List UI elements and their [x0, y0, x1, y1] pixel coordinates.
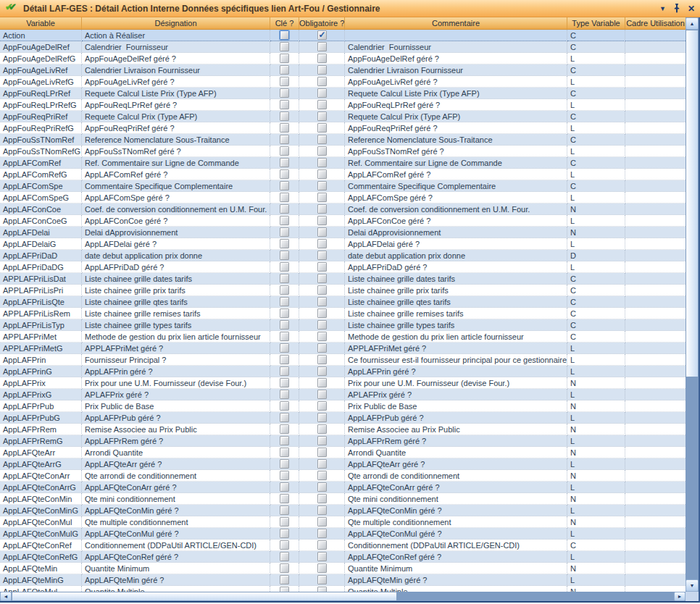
table-row[interactable]: AppLAFQteConRefGAppLAFQteConRef géré ?Ap…: [0, 551, 686, 563]
cell-commentaire[interactable]: AppLAFQteConArr géré ?: [345, 482, 567, 493]
obligatoire-cell[interactable]: [299, 308, 345, 319]
cell-designation[interactable]: Calendrier Fournisseur: [82, 41, 270, 53]
cell-variable[interactable]: AppLAFQteConRefG: [0, 551, 82, 563]
cle-cell[interactable]: [270, 400, 299, 412]
cell-designation[interactable]: AppLAFPrin géré ?: [82, 366, 270, 377]
obligatoire-cell[interactable]: [299, 516, 345, 528]
cle-checkbox[interactable]: [280, 158, 289, 167]
table-row[interactable]: AppLAFQteConMulQte multiple conditionnem…: [0, 516, 686, 528]
cell-cadre-utilisation[interactable]: [625, 551, 686, 563]
cle-checkbox[interactable]: [280, 181, 289, 190]
obligatoire-cell[interactable]: [299, 377, 345, 389]
table-row[interactable]: AppFouSsTNomRefReference Nomenclature So…: [0, 134, 686, 146]
cle-cell[interactable]: [270, 458, 299, 470]
cle-checkbox[interactable]: [280, 204, 289, 214]
table-row[interactable]: AppLAFComSpeGAppLAFComSpe géré ?AppLAFCo…: [0, 192, 686, 204]
horizontal-scrollbar-thumb[interactable]: [12, 592, 397, 601]
table-row[interactable]: AppFouAgeLivRefGAppFouAgeLivRef géré ?Ap…: [0, 76, 686, 88]
obligatoire-cell[interactable]: [299, 273, 345, 285]
cle-cell[interactable]: [270, 238, 299, 250]
cell-variable[interactable]: AppLAFPrRemG: [0, 435, 82, 447]
cell-variable[interactable]: AppLAFPriLisTyp: [0, 319, 82, 331]
table-row[interactable]: AppLAFPrinFournisseur Principal ?Ce four…: [0, 354, 686, 366]
cell-cadre-utilisation[interactable]: [625, 261, 686, 273]
cle-cell[interactable]: [270, 331, 299, 343]
cell-commentaire[interactable]: AppFouReqLPrRef géré ?: [345, 99, 567, 111]
cell-type-variable[interactable]: L: [567, 528, 625, 540]
column-header-commentaire[interactable]: Commentaire: [345, 17, 567, 29]
cell-commentaire[interactable]: Remise Associee au Prix Public: [345, 424, 567, 435]
cell-cadre-utilisation[interactable]: [625, 400, 686, 412]
cell-cadre-utilisation[interactable]: [625, 169, 686, 180]
cle-checkbox[interactable]: [280, 320, 289, 330]
cell-commentaire[interactable]: Coef. de conversion conditionnement en U…: [345, 204, 567, 215]
cell-commentaire[interactable]: Delai dApprovisionnement: [345, 227, 567, 238]
column-header-variable[interactable]: Variable: [0, 17, 82, 29]
cell-variable[interactable]: AppLAFQteArrG: [0, 458, 82, 470]
cell-designation[interactable]: Quantite Multiple: [82, 586, 270, 592]
cell-cadre-utilisation[interactable]: [625, 540, 686, 551]
cell-type-variable[interactable]: C: [567, 30, 625, 41]
cell-cadre-utilisation[interactable]: [625, 505, 686, 516]
obligatoire-cell[interactable]: [299, 41, 345, 53]
cle-cell[interactable]: [270, 528, 299, 540]
obligatoire-checkbox[interactable]: [317, 204, 327, 214]
obligatoire-checkbox[interactable]: [317, 366, 327, 376]
obligatoire-cell[interactable]: [299, 227, 345, 238]
cle-cell[interactable]: [270, 250, 299, 261]
cle-checkbox[interactable]: [280, 494, 289, 503]
table-row[interactable]: AppLAFDelaiGAppLAFDelai géré ?AppLAFDela…: [0, 238, 686, 250]
cell-variable[interactable]: AppLAFConCoe: [0, 204, 82, 215]
cell-variable[interactable]: AppLAFQteConArrG: [0, 482, 82, 493]
cle-checkbox[interactable]: [280, 88, 289, 98]
cle-cell[interactable]: [270, 285, 299, 296]
cell-commentaire[interactable]: Liste chainee grille types tarifs: [345, 319, 567, 331]
cle-cell[interactable]: [270, 447, 299, 458]
cell-designation[interactable]: AppFouSsTNomRef géré ?: [82, 146, 270, 157]
cell-commentaire[interactable]: AppLAFPrRem géré ?: [345, 435, 567, 447]
cell-designation[interactable]: Qte arrondi de conditionnement: [82, 470, 270, 482]
cell-variable[interactable]: AppLAFPrix: [0, 377, 82, 389]
table-row[interactable]: AppFouReqPriRefRequete Calcul Prix (Type…: [0, 111, 686, 122]
cell-variable[interactable]: AppLAFPrRem: [0, 424, 82, 435]
obligatoire-checkbox[interactable]: [317, 227, 327, 237]
obligatoire-cell[interactable]: [299, 470, 345, 482]
cle-checkbox[interactable]: [280, 239, 289, 248]
cle-checkbox[interactable]: [280, 471, 289, 480]
table-row[interactable]: AppLAFQteArrArrondi QuantiteArrondi Quan…: [0, 447, 686, 458]
obligatoire-checkbox[interactable]: [317, 378, 327, 387]
table-row[interactable]: AppLAFConCoeGAppLAFConCoe géré ?AppLAFCo…: [0, 215, 686, 227]
cle-checkbox[interactable]: [280, 65, 289, 75]
obligatoire-cell[interactable]: [299, 180, 345, 192]
scroll-down-icon[interactable]: ▼: [686, 579, 699, 592]
table-row[interactable]: AppLAFPriDaDdate debut application prix …: [0, 250, 686, 261]
cell-designation[interactable]: Prix pour une U.M. Fournisseur (devise F…: [82, 377, 270, 389]
cell-type-variable[interactable]: L: [567, 551, 625, 563]
cell-cadre-utilisation[interactable]: [625, 204, 686, 215]
cell-commentaire[interactable]: Prix pour une U.M. Fournisseur (devise F…: [345, 377, 567, 389]
cell-designation[interactable]: Action à Réaliser: [82, 30, 270, 41]
obligatoire-cell[interactable]: [299, 540, 345, 551]
obligatoire-cell[interactable]: [299, 505, 345, 516]
cell-cadre-utilisation[interactable]: [625, 343, 686, 354]
column-header-cadre-utilisation[interactable]: Cadre Utilisation: [625, 17, 686, 29]
cle-cell[interactable]: [270, 76, 299, 88]
cell-commentaire[interactable]: AppLAFPriDaD géré ?: [345, 261, 567, 273]
cell-commentaire[interactable]: Qte arrondi de conditionnement: [345, 470, 567, 482]
cell-variable[interactable]: APPLAFPriMetG: [0, 343, 82, 354]
obligatoire-cell[interactable]: [299, 192, 345, 204]
cle-checkbox[interactable]: [280, 297, 289, 306]
obligatoire-cell[interactable]: [299, 528, 345, 540]
obligatoire-cell[interactable]: [299, 30, 345, 41]
cell-commentaire[interactable]: Qte multiple conditionnement: [345, 516, 567, 528]
cle-cell[interactable]: [270, 493, 299, 505]
obligatoire-cell[interactable]: [299, 435, 345, 447]
table-row[interactable]: AppLAFPrRemGAppLAFPrRem géré ?AppLAFPrRe…: [0, 435, 686, 447]
cell-designation[interactable]: AppLAFComRef géré ?: [82, 169, 270, 180]
obligatoire-checkbox[interactable]: [317, 216, 327, 225]
vertical-scrollbar-track[interactable]: [686, 377, 699, 579]
cle-cell[interactable]: [270, 30, 299, 41]
obligatoire-cell[interactable]: [299, 586, 345, 592]
cle-cell[interactable]: [270, 574, 299, 586]
table-row[interactable]: AppLAFComSpeCommentaire Specifique Compl…: [0, 180, 686, 192]
